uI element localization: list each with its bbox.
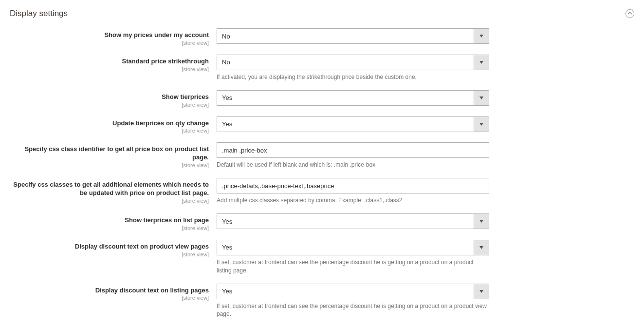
select-value[interactable]: Yes — [217, 284, 474, 299]
help-text: If set, customer at frontend can see the… — [217, 258, 489, 275]
field-row-update-tierprices: Update tierprices on qty change [store v… — [10, 116, 634, 134]
scope-label: [store view] — [10, 128, 209, 134]
label-col: Show tierprices on list page [store view… — [10, 213, 217, 231]
field-label: Show tierprices on list page — [125, 216, 209, 224]
select-value[interactable]: No — [217, 28, 474, 44]
scope-label: [store view] — [10, 66, 209, 72]
field-label: Display discount text on product view pa… — [75, 243, 209, 250]
scope-label: [store view] — [10, 295, 209, 301]
label-col: Specify css class identifier to get all … — [10, 142, 217, 168]
section-header: Display settings — [0, 0, 644, 23]
select-show-tierprices[interactable]: Yes — [217, 90, 489, 106]
input-col: Add multple css classes separated by com… — [217, 178, 489, 205]
input-col: Yes — [217, 90, 489, 106]
label-col: Specify css classes to get all additiona… — [10, 178, 217, 204]
input-css-additional[interactable] — [217, 178, 489, 193]
label-col: Display discount text on product view pa… — [10, 240, 217, 257]
chevron-down-icon[interactable] — [474, 55, 489, 70]
chevron-down-icon[interactable] — [474, 116, 489, 132]
collapse-toggle-icon[interactable] — [626, 9, 634, 18]
section-title: Display settings — [10, 9, 68, 19]
field-label: Display discount text on listing pages — [95, 287, 209, 294]
chevron-down-icon[interactable] — [474, 90, 489, 106]
select-value[interactable]: Yes — [217, 213, 474, 229]
field-label: Standard price strikethrough — [122, 58, 209, 65]
chevron-down-icon[interactable] — [474, 240, 489, 255]
field-row-show-prices: Show my prices under my account [store v… — [10, 28, 634, 46]
input-col: No — [217, 28, 489, 44]
scope-label: [store view] — [10, 251, 209, 257]
select-tierprices-list[interactable]: Yes — [217, 213, 489, 229]
select-strikethrough[interactable]: No — [217, 55, 489, 70]
help-text: Add multple css classes separated by com… — [217, 196, 489, 205]
input-col: Yes If set, customer at frontend can see… — [217, 240, 489, 275]
select-value[interactable]: No — [217, 55, 474, 70]
label-col: Update tierprices on qty change [store v… — [10, 116, 217, 134]
select-value[interactable]: Yes — [217, 240, 474, 255]
select-value[interactable]: Yes — [217, 116, 474, 132]
field-row-discount-view: Display discount text on product view pa… — [10, 240, 634, 275]
select-value[interactable]: Yes — [217, 90, 474, 106]
chevron-down-icon[interactable] — [474, 28, 489, 44]
field-row-strikethrough: Standard price strikethrough [store view… — [10, 55, 634, 81]
label-col: Show tierprices [store view] — [10, 90, 217, 108]
input-css-pricebox[interactable] — [217, 142, 489, 158]
label-col: Standard price strikethrough [store view… — [10, 55, 217, 72]
scope-label: [store view] — [10, 162, 209, 168]
input-col: Yes — [217, 116, 489, 132]
input-col: No If activated, you are displaying the … — [217, 55, 489, 81]
input-col: Yes — [217, 213, 489, 229]
field-label: Show tierprices — [162, 93, 209, 100]
field-label: Specify css class identifier to get all … — [24, 145, 209, 161]
field-label: Show my prices under my account — [104, 31, 209, 39]
scope-label: [store view] — [10, 225, 209, 231]
help-text: If set, customer at frontend can see the… — [217, 302, 489, 319]
select-discount-view[interactable]: Yes — [217, 240, 489, 255]
chevron-down-icon[interactable] — [474, 213, 489, 229]
scope-label: [store view] — [10, 40, 209, 46]
select-discount-listing[interactable]: Yes — [217, 284, 489, 299]
input-col: Yes If set, customer at frontend can see… — [217, 284, 489, 319]
field-row-css-additional: Specify css classes to get all additiona… — [10, 178, 634, 205]
chevron-down-icon[interactable] — [474, 284, 489, 299]
field-row-css-pricebox: Specify css class identifier to get all … — [10, 142, 634, 169]
scope-label: [store view] — [10, 102, 209, 108]
select-show-prices[interactable]: No — [217, 28, 489, 44]
field-label: Update tierprices on qty change — [112, 119, 209, 127]
input-col: Default will be used if left blank and w… — [217, 142, 489, 169]
field-row-tierprices-list: Show tierprices on list page [store view… — [10, 213, 634, 231]
field-label: Specify css classes to get all additiona… — [13, 181, 209, 196]
help-text: Default will be used if left blank and w… — [217, 161, 489, 169]
scope-label: [store view] — [10, 198, 209, 204]
field-row-discount-listing: Display discount text on listing pages [… — [10, 284, 634, 319]
label-col: Show my prices under my account [store v… — [10, 28, 217, 46]
label-col: Display discount text on listing pages [… — [10, 284, 217, 301]
select-update-tierprices[interactable]: Yes — [217, 116, 489, 132]
form-container: Show my prices under my account [store v… — [0, 23, 644, 328]
help-text: If activated, you are displaying the str… — [217, 73, 489, 81]
field-row-show-tierprices: Show tierprices [store view] Yes — [10, 90, 634, 108]
